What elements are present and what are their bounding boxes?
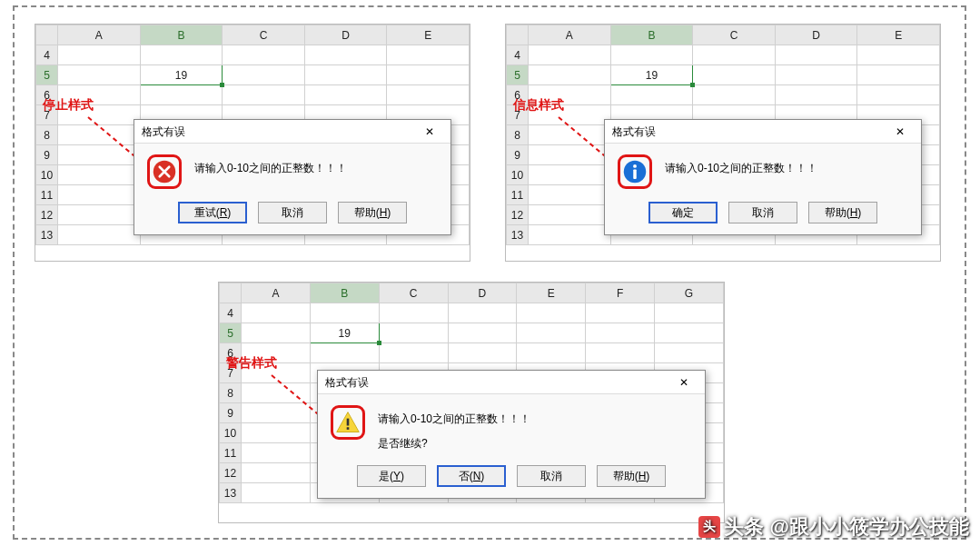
dialog-subtext: 是否继续? [378,435,530,452]
cell-B5[interactable]: 19 [310,323,379,343]
svg-point-2 [633,164,637,168]
toutiao-icon: 头 [698,516,720,538]
panel-warn: ABCDEFG 4 519 6 7 8 9 10 11 12 13 警告样式 格… [218,282,725,523]
help-button[interactable]: 帮助(H) [338,202,407,223]
cell-B5[interactable]: 19 [140,65,223,85]
dialog-info: 格式有误 ✕ 请输入0-10之间的正整数！！！ 确定 取消 帮助(H) [604,119,922,235]
dialog-title: 格式有误 [325,371,369,394]
help-button[interactable]: 帮助(H) [597,465,666,487]
svg-rect-4 [347,419,350,426]
dialog-warn: 格式有误 ✕ 请输入0-10之间的正整数！！！ 是否继续? 是(Y) 否(N) … [317,370,706,499]
warning-icon [331,405,365,440]
ok-button[interactable]: 确定 [648,202,718,223]
close-icon[interactable]: ✕ [670,371,698,394]
info-icon [618,154,652,189]
no-button[interactable]: 否(N) [437,465,506,487]
label-warn: 警告样式 [226,355,277,372]
yes-button[interactable]: 是(Y) [357,465,426,487]
dialog-message: 请输入0-10之间的正整数！！！ [194,154,347,177]
cell-B5[interactable]: 19 [610,65,693,85]
dialog-title: 格式有误 [142,120,185,144]
retry-button[interactable]: 重试(R) [178,202,247,223]
dialog-message: 请输入0-10之间的正整数！！！ [665,154,817,177]
svg-rect-5 [347,427,350,430]
cancel-button[interactable]: 取消 [517,465,586,487]
close-icon[interactable]: ✕ [416,120,443,144]
watermark: 头 头条 @跟小小筱学办公技能 [698,513,969,541]
close-icon[interactable]: ✕ [886,120,914,144]
label-stop: 停止样式 [43,97,94,114]
label-info: 信息样式 [513,97,564,114]
dialog-message: 请输入0-10之间的正整数！！！ [378,411,530,428]
dialog-stop: 格式有误 ✕ 请输入0-10之间的正整数！！！ 重试(R) 取消 帮助(H) [134,119,451,235]
panel-info: ABCDE 4 519 6 7 8 9 10 11 12 13 信息样式 格式有… [505,24,941,262]
error-icon [147,154,182,189]
cancel-button[interactable]: 取消 [258,202,327,223]
panel-stop: ABCDE 4 519 6 7 8 9 10 11 12 13 停止样式 格式有… [35,24,470,262]
cancel-button[interactable]: 取消 [728,202,797,223]
dialog-title: 格式有误 [612,120,656,144]
help-button[interactable]: 帮助(H) [808,202,877,223]
svg-rect-3 [633,169,637,179]
